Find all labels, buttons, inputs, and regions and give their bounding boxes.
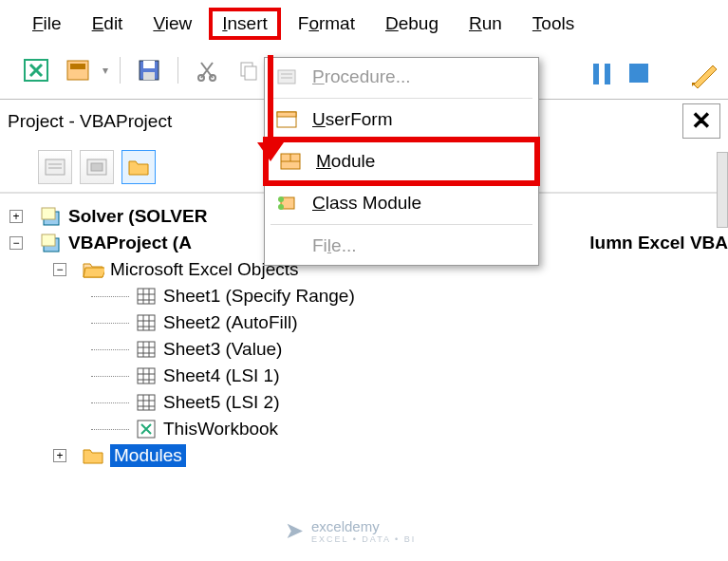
menu-item-module[interactable]: Module	[263, 137, 540, 186]
sheet-icon	[135, 338, 158, 361]
svg-rect-11	[605, 64, 610, 84]
cut-icon[interactable]	[190, 53, 224, 87]
separator	[177, 57, 178, 84]
watermark-sub: EXCEL • DATA • BI	[311, 534, 416, 544]
tree-label: Sheet2 (AutoFill)	[163, 312, 298, 333]
arrow-icon: ➤	[285, 517, 304, 544]
reset-icon[interactable]	[627, 62, 650, 93]
menu-debug[interactable]: Debug	[372, 8, 452, 40]
watermark-text: exceldemy	[311, 518, 416, 534]
annotation-arrow	[268, 55, 284, 161]
menu-item-procedure: Procedure...	[265, 58, 538, 96]
panel-handle[interactable]	[717, 152, 728, 228]
tree-label: Solver (SOLVER	[68, 206, 207, 227]
svg-rect-12	[629, 64, 648, 83]
project-icon	[40, 232, 63, 254]
svg-rect-2	[70, 64, 85, 69]
tree-label: Modules	[110, 444, 186, 467]
svg-rect-5	[143, 72, 155, 80]
svg-rect-9	[245, 66, 256, 80]
svg-rect-13	[46, 159, 65, 175]
menu-tools[interactable]: Tools	[519, 8, 588, 40]
svg-rect-27	[138, 315, 155, 330]
svg-rect-21	[42, 234, 55, 246]
save-icon[interactable]	[132, 53, 166, 87]
view-code-button[interactable]	[38, 150, 72, 184]
menu-item-userform[interactable]: UserForm	[265, 101, 538, 139]
menubar: File Edit View Insert Format Debug Run T…	[0, 0, 728, 47]
tree-label: ThisWorkbook	[163, 419, 278, 439]
menu-item-class-module[interactable]: Class Module	[265, 184, 538, 222]
tree-label: Sheet5 (LSI 2)	[163, 392, 280, 413]
project-pane-title: Project - VBAProject	[8, 111, 172, 132]
tree-label: Sheet3 (Value)	[163, 339, 282, 360]
project-icon	[40, 205, 63, 228]
menu-view[interactable]: View	[140, 8, 205, 40]
break-icon[interactable]	[591, 62, 612, 93]
menu-file[interactable]: File	[19, 8, 75, 40]
sheet-icon	[135, 391, 158, 414]
svg-rect-4	[143, 61, 155, 68]
menu-run[interactable]: Run	[456, 8, 515, 40]
tree-node-sheet[interactable]: Sheet4 (LSI 1)	[9, 363, 719, 389]
svg-rect-22	[138, 289, 155, 304]
menu-format[interactable]: Format	[285, 8, 368, 40]
tree-label: VBAProject (A	[68, 233, 192, 253]
toggle-folders-button[interactable]	[121, 150, 156, 184]
close-icon[interactable]: ✕	[682, 103, 720, 139]
svg-rect-37	[138, 368, 155, 383]
menu-edit[interactable]: Edit	[79, 8, 137, 40]
svg-rect-19	[42, 208, 55, 219]
insert-dropdown: Procedure... UserForm Module Class Modul…	[264, 57, 539, 266]
tree-node-modules[interactable]: + Modules	[9, 442, 719, 469]
folder-open-icon	[82, 258, 104, 281]
separator	[120, 57, 121, 84]
copy-icon[interactable]	[232, 53, 266, 87]
collapse-icon[interactable]: −	[9, 236, 23, 250]
expand-icon[interactable]: +	[9, 210, 23, 223]
svg-rect-32	[138, 342, 155, 357]
view-excel-icon[interactable]	[19, 53, 53, 87]
workbook-icon	[135, 418, 158, 440]
expand-icon[interactable]: +	[53, 449, 66, 462]
watermark: ➤ exceldemy EXCEL • DATA • BI	[285, 517, 416, 544]
collapse-icon[interactable]: −	[53, 263, 66, 276]
design-mode-icon[interactable]	[690, 62, 719, 93]
class-module-icon	[274, 192, 299, 215]
svg-rect-10	[593, 64, 599, 84]
tree-label: Sheet1 (Specify Range)	[163, 286, 355, 307]
insert-button-icon[interactable]	[61, 53, 95, 87]
svg-point-58	[278, 204, 284, 210]
svg-rect-42	[138, 395, 155, 410]
tree-node-sheet[interactable]: Sheet1 (Specify Range)	[9, 283, 719, 309]
tree-node-thisworkbook[interactable]: ThisWorkbook	[9, 416, 719, 442]
menu-insert[interactable]: Insert	[209, 8, 281, 40]
tree-node-sheet[interactable]: Sheet3 (Value)	[9, 336, 719, 363]
tree-label: Sheet4 (LSI 1)	[163, 365, 280, 386]
tree-label-suffix: lumn Excel VBA	[589, 233, 728, 253]
svg-rect-17	[91, 163, 103, 171]
view-object-button[interactable]	[80, 150, 114, 184]
sheet-icon	[135, 311, 158, 334]
sheet-icon	[135, 285, 158, 308]
folder-icon	[82, 444, 104, 467]
menu-item-file: File...	[265, 227, 538, 265]
sheet-icon	[135, 365, 158, 387]
tree-node-sheet[interactable]: Sheet5 (LSI 2)	[9, 389, 719, 416]
svg-point-57	[278, 196, 284, 202]
tree-node-sheet[interactable]: Sheet2 (AutoFill)	[9, 309, 719, 336]
